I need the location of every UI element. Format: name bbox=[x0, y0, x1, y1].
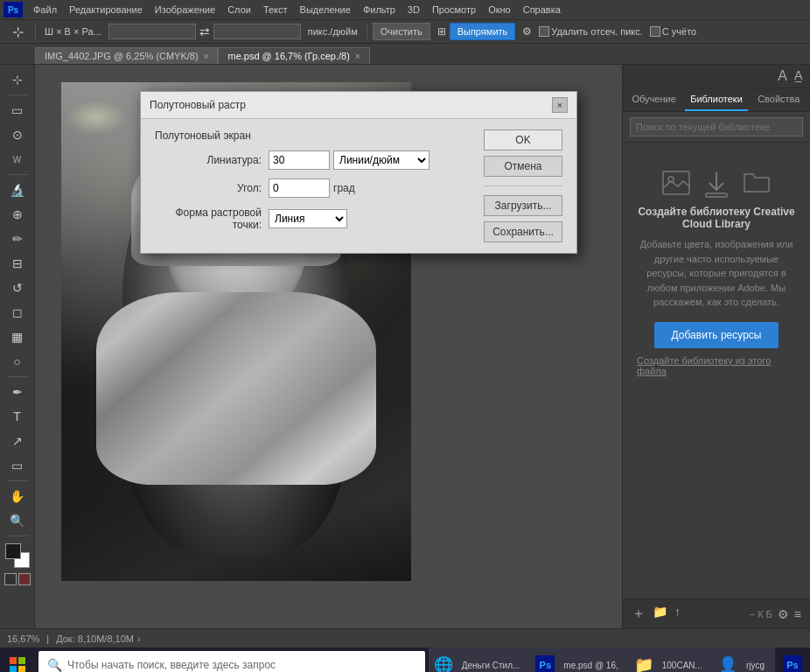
dialog-close-button[interactable]: × bbox=[552, 97, 568, 113]
menu-help[interactable]: Справка bbox=[518, 3, 566, 17]
menu-3d[interactable]: 3D bbox=[402, 3, 425, 17]
ps-icon: Ps bbox=[535, 655, 555, 672]
tool-lasso[interactable]: ⊙ bbox=[5, 123, 30, 146]
tool-gradient[interactable]: ▦ bbox=[5, 326, 30, 348]
toolbar-tool-icon: ⊹ bbox=[5, 20, 30, 43]
tab-properties[interactable]: Свойства bbox=[748, 88, 810, 111]
library-icons-row bbox=[662, 171, 771, 199]
svg-rect-6 bbox=[10, 666, 17, 672]
taskbar-app-folder[interactable]: 📁 100CAN... bbox=[629, 648, 713, 672]
tool-hand[interactable]: ✋ bbox=[5, 485, 30, 508]
lineature-unit-select[interactable]: Линии/дюйм Линии/см bbox=[333, 150, 429, 170]
tool-heal[interactable]: ⊕ bbox=[5, 203, 30, 226]
taskbar-app-ps2[interactable]: Ps bbox=[775, 648, 810, 672]
main-area: ⊹ ▭ ⊙ W 🔬 ⊕ ✏ ⊟ ↺ ◻ ▦ ○ ✒ T ↗ ▭ ✋ 🔍 bbox=[0, 65, 810, 628]
tool-zoom[interactable]: 🔍 bbox=[5, 509, 30, 532]
tab-mepsd-close[interactable]: × bbox=[355, 52, 360, 61]
tool-stamp[interactable]: ⊟ bbox=[5, 252, 30, 275]
tool-history-brush[interactable]: ↺ bbox=[5, 276, 30, 299]
load-button[interactable]: Загрузить... bbox=[484, 195, 562, 216]
tab-img4402-close[interactable]: × bbox=[204, 52, 209, 61]
fg-color-swatch[interactable] bbox=[5, 543, 21, 559]
menu-window[interactable]: Окно bbox=[483, 3, 516, 17]
menu-image[interactable]: Изображение bbox=[150, 3, 220, 17]
ok-button[interactable]: OK bbox=[484, 130, 562, 150]
add-icon[interactable]: ＋ bbox=[632, 605, 646, 623]
toolbar-swap-icon[interactable]: ⇄ bbox=[199, 24, 210, 38]
tool-type[interactable]: T bbox=[5, 405, 30, 428]
tool-path-select[interactable]: ↗ bbox=[5, 430, 30, 452]
angle-input[interactable] bbox=[269, 178, 330, 198]
taskbar-app-user[interactable]: 👤 rjycg bbox=[713, 648, 775, 672]
dialog-dotshape-row: Форма растровой точки: Линия Круг Ромб К… bbox=[155, 206, 473, 231]
menu-layers[interactable]: Слои bbox=[222, 3, 256, 17]
tool-select-rect[interactable]: ▭ bbox=[5, 99, 30, 122]
menu-file[interactable]: Файл bbox=[28, 3, 62, 17]
tab-libraries[interactable]: Библиотеки bbox=[685, 88, 747, 111]
library-search-input[interactable] bbox=[630, 117, 803, 136]
toolbar-settings-icon[interactable]: ⚙ bbox=[522, 25, 532, 38]
status-separator: | bbox=[46, 634, 49, 644]
toolbar-checkbox-fringe[interactable]: Удалить отсеч. пикс. bbox=[539, 26, 643, 37]
lineature-input[interactable] bbox=[269, 150, 330, 170]
tool-pen[interactable]: ✒ bbox=[5, 381, 30, 403]
taskbar-search-box[interactable]: 🔍 Чтобы начать поиск, введите здесь запр… bbox=[38, 651, 425, 672]
dialog-title-text: Полутоновый растр bbox=[150, 99, 246, 111]
tab-learning[interactable]: Обучение bbox=[623, 88, 685, 111]
tool-crop[interactable]: ⊹ bbox=[5, 68, 30, 91]
library-content: Создайте библиотеку Creative Cloud Libra… bbox=[623, 143, 810, 598]
tool-shape[interactable]: ▭ bbox=[5, 454, 30, 477]
dialog-divider bbox=[484, 186, 562, 186]
app-logo: Ps bbox=[3, 2, 23, 18]
taskbar-app-ps[interactable]: Ps me.psd @ 16, bbox=[530, 648, 628, 672]
taskbar: 🔍 Чтобы начать поиск, введите здесь запр… bbox=[0, 648, 810, 672]
menu-text[interactable]: Текст bbox=[258, 3, 293, 17]
toolbar-width-input[interactable] bbox=[108, 24, 196, 39]
cancel-button[interactable]: Отмена bbox=[484, 156, 562, 177]
tool-quick-select[interactable]: W bbox=[5, 148, 30, 171]
content-aware-label: С учёто bbox=[662, 26, 696, 37]
taskbar-app-chrome[interactable]: 🌐 Деньги Стил... bbox=[429, 648, 531, 672]
tool-eyedropper[interactable]: 🔬 bbox=[5, 178, 30, 201]
menu-view[interactable]: Просмотр bbox=[427, 3, 481, 17]
clear-button[interactable]: Очистить bbox=[373, 23, 430, 40]
dialog-overlay: Полутоновый растр × Полутоновый экран Ли… bbox=[35, 65, 622, 628]
upload-icon[interactable]: ↑ bbox=[674, 605, 681, 623]
right-panel: A A̲ Обучение Библиотеки Свойства bbox=[622, 65, 810, 628]
windows-start-button[interactable] bbox=[0, 648, 35, 672]
straighten-button[interactable]: Выпрямить bbox=[450, 23, 516, 40]
canvas-area[interactable]: Полутоновый растр × Полутоновый экран Ли… bbox=[35, 65, 622, 628]
quick-mask-off[interactable] bbox=[4, 573, 17, 585]
panel-char-icon[interactable]: A̲ bbox=[794, 68, 803, 84]
menu-filter[interactable]: Фильтр bbox=[358, 3, 401, 17]
color-swatches[interactable] bbox=[5, 543, 30, 568]
toolbar-height-input[interactable] bbox=[213, 24, 301, 39]
tab-mepsd[interactable]: me.psd @ 16,7% (Гр.сер./8) × bbox=[218, 47, 369, 64]
save-button[interactable]: Сохранить... bbox=[484, 221, 562, 242]
library-icon-image bbox=[662, 171, 690, 199]
menu-edit[interactable]: Редактирование bbox=[64, 3, 148, 17]
tab-img4402[interactable]: IMG_4402.JPG @ 6,25% (CMYK/8) × bbox=[35, 47, 218, 64]
panel-type-icon[interactable]: A bbox=[778, 68, 787, 84]
folder-new-icon[interactable]: 📁 bbox=[653, 605, 667, 623]
tool-brush[interactable]: ✏ bbox=[5, 228, 30, 250]
tool-dodge[interactable]: ○ bbox=[5, 350, 30, 373]
panel-bottom-bar: ＋ 📁 ↑ − К Б ⚙ ≡ bbox=[623, 598, 810, 628]
image-icon bbox=[662, 171, 690, 195]
panel-settings-icon[interactable]: ⚙ bbox=[778, 607, 789, 621]
quick-mask-on[interactable] bbox=[18, 573, 31, 585]
tool-eraser[interactable]: ◻ bbox=[5, 301, 30, 324]
status-arrow[interactable]: › bbox=[137, 634, 141, 644]
toolbar-content-aware[interactable]: С учёто bbox=[650, 26, 696, 37]
menu-select[interactable]: Выделение bbox=[295, 3, 356, 17]
panel-overflow-icon[interactable]: ≡ bbox=[794, 607, 801, 621]
lt-sep4 bbox=[7, 480, 28, 481]
lineature-label: Линиатура: bbox=[155, 154, 269, 166]
panel-bottom-right: − К Б ⚙ ≡ bbox=[750, 607, 801, 621]
create-library-link[interactable]: Создайте библиотеку из этого файла bbox=[637, 355, 796, 376]
dotshape-select[interactable]: Линия Круг Ромб Квадрат bbox=[269, 209, 347, 228]
add-resources-button[interactable]: Добавить ресурсы bbox=[654, 322, 779, 348]
left-toolbar: ⊹ ▭ ⊙ W 🔬 ⊕ ✏ ⊟ ↺ ◻ ▦ ○ ✒ T ↗ ▭ ✋ 🔍 bbox=[0, 65, 35, 628]
toolbar: ⊹ Ш × В × Ра... ⇄ пикс./дюйм Очистить ⊞ … bbox=[0, 19, 810, 44]
mode-toggle bbox=[4, 573, 31, 585]
